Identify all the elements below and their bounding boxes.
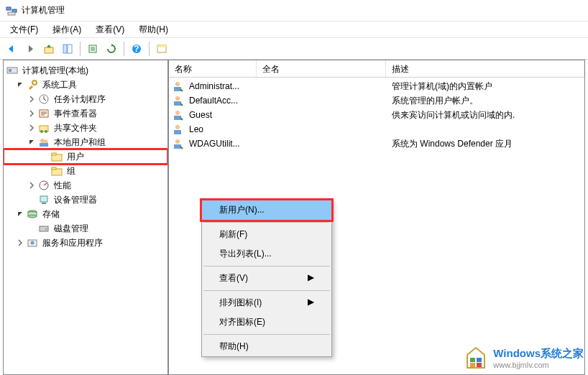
back-button[interactable] — [3, 40, 20, 57]
caret-collapsed-icon[interactable] — [27, 180, 37, 190]
titlebar: 计算机管理 — [0, 0, 588, 22]
svg-rect-10 — [157, 45, 166, 47]
caret-expanded-icon[interactable] — [15, 209, 25, 219]
list-item[interactable]: DefaultAcc... 系统管理的用户帐户。 — [169, 93, 584, 108]
menu-separator — [203, 290, 330, 291]
svg-point-19 — [40, 139, 45, 143]
tree-task-scheduler[interactable]: 任务计划程序 — [4, 92, 167, 106]
tree-root[interactable]: 计算机管理(本地) — [4, 63, 167, 78]
tree-disk-management[interactable]: 磁盘管理 — [4, 221, 167, 236]
svg-rect-49 — [477, 363, 482, 367]
caret-collapsed-icon[interactable] — [27, 94, 37, 104]
user-icon — [169, 80, 183, 92]
tree-local-users-groups[interactable]: 本地用户和组 — [4, 135, 167, 149]
menu-view[interactable]: 查看(V) — [88, 22, 132, 37]
svg-point-31 — [28, 215, 37, 218]
forward-button[interactable] — [22, 40, 39, 57]
svg-rect-0 — [6, 7, 11, 10]
watermark-brand: Windows系统之家 — [493, 347, 584, 361]
performance-icon — [38, 180, 50, 191]
svg-rect-1 — [12, 9, 17, 12]
svg-point-18 — [45, 130, 47, 133]
user-icon — [169, 124, 183, 135]
caret-expanded-icon[interactable] — [27, 137, 37, 147]
list-item[interactable]: Administrat... 管理计算机(域)的内置帐户 — [169, 79, 584, 93]
toolbar-separator — [124, 42, 124, 56]
svg-rect-27 — [40, 196, 47, 202]
list-item[interactable]: WDAGUtilit... 系统为 Windows Defender 应月 — [169, 136, 584, 151]
menu-help[interactable]: 帮助(H) — [132, 22, 175, 37]
up-button[interactable] — [40, 40, 58, 57]
shared-folder-icon — [38, 122, 50, 134]
disk-icon — [38, 223, 50, 234]
tree-system-tools[interactable]: 系统工具 — [4, 78, 167, 92]
caret-collapsed-icon[interactable] — [15, 238, 25, 248]
folder-icon — [51, 165, 63, 177]
export-button[interactable] — [84, 40, 101, 57]
svg-rect-47 — [477, 358, 482, 362]
svg-rect-3 — [45, 47, 53, 53]
tree-event-viewer[interactable]: 事件查看器 — [4, 106, 167, 121]
svg-point-17 — [40, 130, 43, 133]
menu-refresh[interactable]: 刷新(F) — [202, 225, 331, 244]
toolbar: ? — [0, 38, 588, 60]
svg-point-33 — [45, 228, 47, 230]
submenu-arrow-icon: ▶ — [308, 272, 314, 282]
col-fullname[interactable]: 全名 — [257, 60, 386, 77]
context-menu: 新用户(N)... 刷新(F) 导出列表(L)... 查看(V)▶ 排列图标(I… — [201, 200, 332, 357]
menu-separator — [203, 266, 330, 267]
menu-align-icons[interactable]: 对齐图标(E) — [202, 312, 331, 332]
tree-services-apps[interactable]: 服务和应用程序 — [4, 236, 167, 250]
submenu-arrow-icon: ▶ — [308, 297, 314, 307]
menu-separator — [203, 222, 330, 223]
tree-panel[interactable]: 计算机管理(本地) 系统工具 任务计划程序 — [4, 60, 169, 374]
window-title: 计算机管理 — [22, 4, 65, 17]
app-icon — [6, 5, 17, 17]
list-item[interactable]: Guest 供来宾访问计算机或访问域的内. — [169, 108, 584, 122]
tree-performance[interactable]: 性能 — [4, 178, 167, 193]
menu-action[interactable]: 操作(A) — [45, 22, 88, 37]
svg-rect-46 — [470, 358, 475, 362]
help-button[interactable]: ? — [128, 40, 145, 57]
list-body: Administrat... 管理计算机(域)的内置帐户 DefaultAcc.… — [169, 78, 584, 152]
svg-point-42 — [175, 125, 180, 129]
user-icon — [169, 109, 183, 121]
clock-icon — [38, 93, 50, 105]
svg-point-40 — [175, 111, 180, 115]
caret-collapsed-icon[interactable] — [27, 108, 37, 119]
col-name[interactable]: 名称 — [169, 60, 257, 77]
svg-rect-25 — [52, 167, 56, 170]
menu-file[interactable]: 文件(F) — [3, 22, 45, 37]
list-header: 名称 全名 描述 — [169, 60, 584, 78]
refresh-button[interactable] — [103, 40, 120, 57]
users-groups-icon — [38, 136, 50, 148]
menu-new-user[interactable]: 新用户(N)... — [202, 200, 331, 220]
menu-view[interactable]: 查看(V)▶ — [202, 269, 331, 288]
menu-arrange-icons[interactable]: 排列图标(I)▶ — [202, 293, 331, 312]
menu-separator — [203, 334, 330, 335]
services-icon — [27, 237, 38, 249]
tree-device-manager[interactable]: 设备管理器 — [4, 193, 167, 207]
svg-point-38 — [175, 96, 180, 101]
svg-rect-32 — [40, 226, 48, 231]
event-icon — [38, 108, 50, 119]
tools-icon — [27, 79, 38, 91]
tree-users[interactable]: 用户 — [4, 149, 167, 164]
menu-export-list[interactable]: 导出列表(L)... — [202, 244, 331, 264]
tree-storage[interactable]: 存储 — [4, 207, 167, 221]
col-description[interactable]: 描述 — [386, 60, 584, 77]
list-item[interactable]: Leo — [169, 122, 584, 136]
tree-groups[interactable]: 组 — [4, 164, 167, 178]
tree-shared-folders[interactable]: 共享文件夹 — [4, 121, 167, 135]
caret-expanded-icon[interactable] — [15, 80, 25, 90]
svg-point-13 — [32, 80, 37, 85]
mmc-icon — [6, 65, 18, 76]
menu-help[interactable]: 帮助(H) — [202, 337, 331, 356]
show-hide-tree-button[interactable] — [59, 40, 76, 57]
caret-collapsed-icon[interactable] — [27, 123, 37, 133]
view-pane-button[interactable] — [153, 40, 170, 57]
user-icon — [169, 138, 183, 149]
svg-rect-43 — [174, 130, 181, 134]
svg-rect-5 — [68, 45, 72, 53]
user-icon — [169, 95, 183, 106]
